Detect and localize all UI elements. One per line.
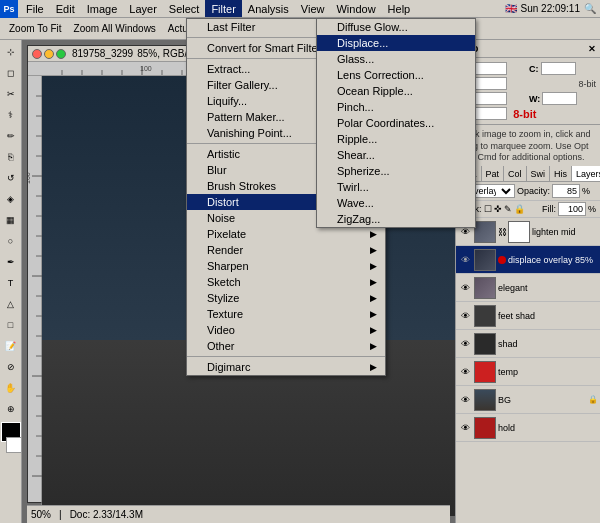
visibility-icon[interactable]: 👁 — [458, 365, 472, 379]
tab-swatches[interactable]: Swi — [527, 166, 551, 181]
tool-hand[interactable]: ✋ — [1, 378, 21, 398]
layer-hold[interactable]: 👁 hold — [456, 414, 600, 442]
zoom-all-btn[interactable]: Zoom All Windows — [69, 21, 161, 36]
layer-lighten-mid[interactable]: 👁 ⛓ lighten mid — [456, 218, 600, 246]
submenu-wave[interactable]: Wave... — [317, 195, 475, 211]
tool-shape[interactable]: □ — [1, 315, 21, 335]
visibility-icon[interactable]: 👁 — [458, 281, 472, 295]
menu-video[interactable]: Video ▶ — [187, 322, 385, 338]
tool-zoom[interactable]: ⊕ — [1, 399, 21, 419]
menu-layer[interactable]: Layer — [123, 0, 163, 17]
visibility-icon[interactable]: 👁 — [458, 393, 472, 407]
menu-sharpen[interactable]: Sharpen ▶ — [187, 258, 385, 274]
lock-paint-icon[interactable]: ✎ — [504, 204, 512, 214]
tool-stamp[interactable]: ⎘ — [1, 147, 21, 167]
tool-eyedrop[interactable]: ⊘ — [1, 357, 21, 377]
tool-path[interactable]: △ — [1, 294, 21, 314]
submenu-ripple[interactable]: Ripple... — [317, 131, 475, 147]
canvas-title: 819758_3299 — [72, 48, 133, 59]
tool-type[interactable]: T — [1, 273, 21, 293]
tool-notes[interactable]: 📝 — [1, 336, 21, 356]
layer-name: displace overlay 85% — [508, 255, 598, 265]
visibility-icon[interactable]: 👁 — [458, 421, 472, 435]
tab-history[interactable]: His — [550, 166, 572, 181]
submenu-zigzag[interactable]: ZigZag... — [317, 211, 475, 227]
menu-digimarc[interactable]: Digimarc ▶ — [187, 359, 385, 375]
background-color[interactable] — [6, 437, 22, 453]
layer-name: hold — [498, 423, 598, 433]
opacity-input[interactable] — [552, 184, 580, 198]
menu-texture[interactable]: Texture ▶ — [187, 306, 385, 322]
submenu-pinch[interactable]: Pinch... — [317, 99, 475, 115]
submenu-shear[interactable]: Shear... — [317, 147, 475, 163]
submenu-lens-correction[interactable]: Lens Correction... — [317, 67, 475, 83]
tool-crop[interactable]: ✂ — [1, 84, 21, 104]
info-grid: R: C: H: 8-bit X: — [460, 62, 596, 105]
submenu-spherize[interactable]: Spherize... — [317, 163, 475, 179]
layer-feet-shad[interactable]: 👁 feet shad — [456, 302, 600, 330]
submenu-twirl[interactable]: Twirl... — [317, 179, 475, 195]
lock-all-icon[interactable]: 🔒 — [514, 204, 525, 214]
menu-file[interactable]: File — [20, 0, 50, 17]
menu-render[interactable]: Render ▶ — [187, 242, 385, 258]
r-value — [472, 62, 507, 75]
layer-displace-overlay[interactable]: 👁 displace overlay 85% — [456, 246, 600, 274]
submenu-ocean-ripple[interactable]: Ocean Ripple... — [317, 83, 475, 99]
svg-rect-74 — [426, 319, 455, 516]
tool-gradient[interactable]: ▦ — [1, 210, 21, 230]
menu-analysis[interactable]: Analysis — [242, 0, 295, 17]
info-close[interactable]: ✕ — [588, 44, 596, 54]
distort-submenu: Diffuse Glow... Displace... Glass... Len… — [316, 18, 476, 228]
submenu-polar-coordinates[interactable]: Polar Coordinates... — [317, 115, 475, 131]
menu-stylize[interactable]: Stylize ▶ — [187, 290, 385, 306]
fill-input[interactable] — [558, 202, 586, 216]
tool-pen[interactable]: ✒ — [1, 252, 21, 272]
tab-paths[interactable]: Pat — [482, 166, 505, 181]
layer-temp[interactable]: 👁 temp — [456, 358, 600, 386]
layer-elegant[interactable]: 👁 elegant — [456, 274, 600, 302]
window-controls — [32, 49, 66, 59]
visibility-icon[interactable]: 👁 — [458, 337, 472, 351]
fill-label: Fill: — [542, 204, 556, 214]
submenu-arrow: ▶ — [370, 293, 377, 303]
menu-pixelate[interactable]: Pixelate ▶ — [187, 226, 385, 242]
svg-rect-43 — [54, 76, 91, 245]
tab-color[interactable]: Col — [504, 166, 527, 181]
y-value — [472, 107, 507, 120]
doc-size: Doc: 2.33/14.3M — [70, 509, 143, 520]
tool-lasso[interactable]: ◻ — [1, 63, 21, 83]
visibility-icon[interactable]: 👁 — [458, 309, 472, 323]
tool-eraser[interactable]: ◈ — [1, 189, 21, 209]
menu-sketch[interactable]: Sketch ▶ — [187, 274, 385, 290]
tool-heal[interactable]: ⚕ — [1, 105, 21, 125]
submenu-glass[interactable]: Glass... — [317, 51, 475, 67]
lock-check-icon[interactable]: ☐ — [484, 204, 492, 214]
layer-name: shad — [498, 339, 598, 349]
menu-edit[interactable]: Edit — [50, 0, 81, 17]
menu-image[interactable]: Image — [81, 0, 124, 17]
layer-bg[interactable]: 👁 BG 🔒 — [456, 386, 600, 414]
fit-screen-btn[interactable]: Zoom To Fit — [4, 21, 67, 36]
layer-name: temp — [498, 367, 598, 377]
lock-move-icon[interactable]: ✜ — [494, 204, 502, 214]
tool-history[interactable]: ↺ — [1, 168, 21, 188]
tool-move[interactable]: ⊹ — [1, 42, 21, 62]
menu-window[interactable]: Window — [330, 0, 381, 17]
tool-brush[interactable]: ✏ — [1, 126, 21, 146]
submenu-arrow: ▶ — [370, 309, 377, 319]
menu-view[interactable]: View — [295, 0, 331, 17]
layer-shad[interactable]: 👁 shad — [456, 330, 600, 358]
visibility-icon[interactable]: 👁 — [458, 253, 472, 267]
tab-layers[interactable]: Layers — [572, 166, 600, 181]
submenu-diffuse-glow[interactable]: Diffuse Glow... — [317, 19, 475, 35]
minimize-btn[interactable] — [44, 49, 54, 59]
close-btn[interactable] — [32, 49, 42, 59]
menu-other[interactable]: Other ▶ — [187, 338, 385, 354]
menu-filter[interactable]: Filter — [205, 0, 241, 17]
menu-help[interactable]: Help — [382, 0, 417, 17]
maximize-btn[interactable] — [56, 49, 66, 59]
submenu-displace[interactable]: Displace... — [317, 35, 475, 51]
svg-rect-65 — [327, 426, 426, 482]
tool-dodge[interactable]: ○ — [1, 231, 21, 251]
menu-select[interactable]: Select — [163, 0, 206, 17]
